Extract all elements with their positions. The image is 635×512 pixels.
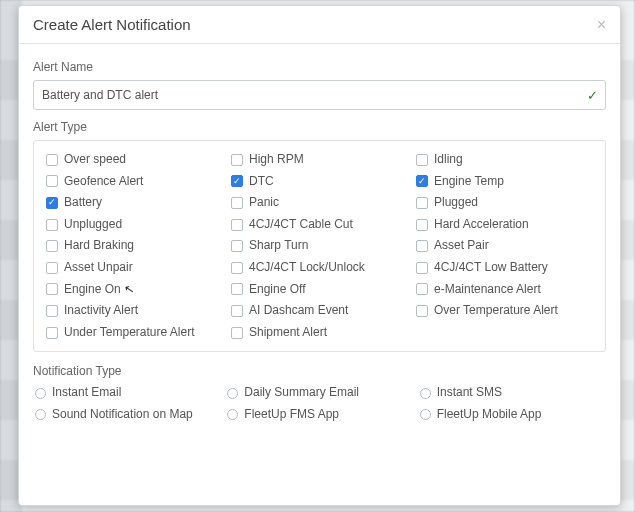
alert-type-option[interactable]: Engine Temp [416,173,593,191]
alert-type-option-label: Battery [64,195,102,211]
checkbox-icon[interactable] [46,175,58,187]
alert-type-option-label: Shipment Alert [249,325,327,341]
alert-type-option-label: Panic [249,195,279,211]
alert-type-option-label: DTC [249,174,274,190]
alert-type-option[interactable]: Asset Unpair [46,259,223,277]
checkbox-icon[interactable] [231,175,243,187]
checkbox-icon[interactable] [231,283,243,295]
alert-type-option[interactable]: Under Temperature Alert [46,324,223,342]
alert-type-option[interactable]: Sharp Turn [231,237,408,255]
alert-type-option-label: Geofence Alert [64,174,143,190]
checkbox-icon[interactable] [46,327,58,339]
alert-type-option[interactable]: 4CJ/4CT Low Battery [416,259,593,277]
alert-type-box: Over speedHigh RPMIdlingGeofence AlertDT… [33,140,606,352]
alert-name-input[interactable] [33,80,606,110]
alert-type-option[interactable]: Asset Pair [416,237,593,255]
checkbox-icon[interactable] [46,262,58,274]
alert-type-option-label: Under Temperature Alert [64,325,195,341]
modal-body: Alert Name ✓ Alert Type Over speedHigh R… [19,44,620,438]
checkbox-icon[interactable] [231,262,243,274]
checkbox-icon[interactable] [231,327,243,339]
checkbox-icon[interactable] [416,305,428,317]
alert-type-option[interactable]: 4CJ/4CT Lock/Unlock [231,259,408,277]
checkbox-icon[interactable] [231,305,243,317]
checkbox-icon[interactable] [46,154,58,166]
alert-type-option[interactable]: Idling [416,151,593,169]
checkbox-icon[interactable] [231,197,243,209]
notification-type-option[interactable]: Instant Email [35,384,219,402]
checkbox-icon[interactable] [416,262,428,274]
notification-type-option[interactable]: FleetUp FMS App [227,406,411,424]
alert-type-option[interactable]: Over Temperature Alert [416,302,593,320]
alert-type-option[interactable]: Hard Braking [46,237,223,255]
radio-icon[interactable] [420,409,431,420]
notification-type-option[interactable]: Daily Summary Email [227,384,411,402]
checkbox-icon[interactable] [231,240,243,252]
alert-type-option-label: 4CJ/4CT Lock/Unlock [249,260,365,276]
alert-type-option[interactable]: e-Maintenance Alert [416,281,593,299]
checkbox-icon[interactable] [416,283,428,295]
radio-icon[interactable] [35,388,46,399]
checkbox-icon[interactable] [416,240,428,252]
checkbox-icon[interactable] [46,197,58,209]
alert-type-option-label: Unplugged [64,217,122,233]
alert-type-label: Alert Type [33,120,606,134]
alert-type-option[interactable]: Panic [231,194,408,212]
alert-type-option[interactable]: AI Dashcam Event [231,302,408,320]
alert-type-option[interactable]: DTC [231,173,408,191]
checkbox-icon[interactable] [416,154,428,166]
alert-type-option[interactable]: Inactivity Alert [46,302,223,320]
alert-type-option-label: 4CJ/4CT Low Battery [434,260,548,276]
alert-type-option-label: Asset Pair [434,238,489,254]
alert-type-option[interactable]: Over speed [46,151,223,169]
close-icon[interactable]: × [597,17,606,33]
alert-type-option-label: Over Temperature Alert [434,303,558,319]
checkbox-icon[interactable] [46,240,58,252]
notification-type-option-label: FleetUp Mobile App [437,407,542,423]
notification-type-option-label: Instant Email [52,385,121,401]
alert-type-option-label: Over speed [64,152,126,168]
notification-type-option[interactable]: Instant SMS [420,384,604,402]
alert-type-option[interactable]: 4CJ/4CT Cable Cut [231,216,408,234]
notification-type-option[interactable]: FleetUp Mobile App [420,406,604,424]
checkbox-icon[interactable] [46,219,58,231]
radio-icon[interactable] [35,409,46,420]
alert-type-option[interactable]: High RPM [231,151,408,169]
alert-type-option-label: Hard Braking [64,238,134,254]
alert-type-option-label: Inactivity Alert [64,303,138,319]
alert-type-option[interactable]: Hard Acceleration [416,216,593,234]
alert-type-option[interactable]: Battery [46,194,223,212]
checkbox-icon[interactable] [46,305,58,317]
notification-type-label: Notification Type [33,364,606,378]
alert-type-option-label: Plugged [434,195,478,211]
checkbox-icon[interactable] [416,219,428,231]
checkbox-icon[interactable] [46,283,58,295]
alert-name-label: Alert Name [33,60,606,74]
modal-title: Create Alert Notification [33,16,191,33]
alert-type-option-label: AI Dashcam Event [249,303,348,319]
alert-type-option-label: Sharp Turn [249,238,308,254]
alert-type-option[interactable]: Engine Off [231,281,408,299]
alert-name-field-wrap: ✓ [33,80,606,110]
radio-icon[interactable] [227,388,238,399]
alert-type-option[interactable]: Shipment Alert [231,324,408,342]
notification-type-option-label: FleetUp FMS App [244,407,339,423]
alert-type-option[interactable]: Geofence Alert [46,173,223,191]
alert-type-option-label: Asset Unpair [64,260,133,276]
notification-type-option[interactable]: Sound Notification on Map [35,406,219,424]
checkbox-icon[interactable] [416,175,428,187]
alert-type-option-label: 4CJ/4CT Cable Cut [249,217,353,233]
alert-type-option-label: Engine On [64,282,121,298]
alert-type-option[interactable]: Unplugged [46,216,223,234]
checkbox-icon[interactable] [416,197,428,209]
checkbox-icon[interactable] [231,219,243,231]
alert-type-option-label: High RPM [249,152,304,168]
alert-type-option[interactable]: Engine On [46,281,223,299]
checkbox-icon[interactable] [231,154,243,166]
create-alert-modal: Create Alert Notification × Alert Name ✓… [18,5,621,506]
radio-icon[interactable] [227,409,238,420]
alert-type-option[interactable]: Plugged [416,194,593,212]
alert-type-option-label: Idling [434,152,463,168]
alert-type-option-label: e-Maintenance Alert [434,282,541,298]
radio-icon[interactable] [420,388,431,399]
